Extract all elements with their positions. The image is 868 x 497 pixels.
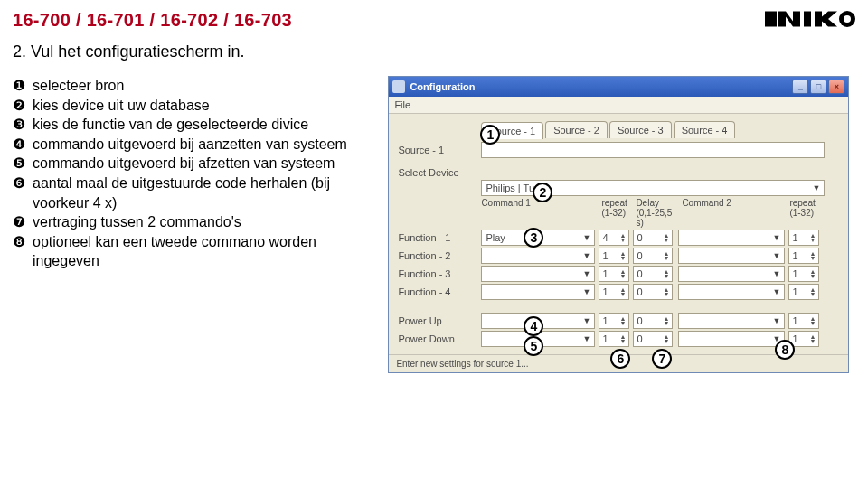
function-2-command-2[interactable]: ▼ xyxy=(678,248,785,264)
bullet-text: kies de functie van de geselecteerde div… xyxy=(33,115,308,135)
bullet-num: ❹ xyxy=(13,135,27,155)
function-2-command-1[interactable]: ▼ xyxy=(481,248,595,264)
function-1-delay[interactable]: 0▲▼ xyxy=(633,230,673,246)
svg-rect-2 xyxy=(804,12,811,27)
bullet-text: aantal maal de uitgestuurde code herhale… xyxy=(33,173,372,212)
titlebar[interactable]: Configuration _ □ × xyxy=(389,77,848,97)
window-icon xyxy=(392,80,405,93)
function-3-command-2[interactable]: ▼ xyxy=(678,266,785,282)
power-up-row: Power Up ▼ 1▲▼ 0▲▼ ▼ 1▲▼ xyxy=(398,313,839,329)
source-label: Source - 1 xyxy=(398,145,481,155)
source-tabs: Source - 1 Source - 2 Source - 3 Source … xyxy=(481,121,839,138)
function-4-delay[interactable]: 0▲▼ xyxy=(633,284,673,300)
power-up-label: Power Up xyxy=(398,315,481,326)
function-row-3: Function - 3 ▼ 1▲▼ 0▲▼ ▼ 1▲▼ xyxy=(398,266,839,282)
header-bar: 16-700 / 16-701 / 16-702 / 16-703 xyxy=(0,0,868,39)
svg-marker-3 xyxy=(815,12,837,27)
close-button[interactable]: × xyxy=(828,80,844,94)
chevron-down-icon: ▼ xyxy=(582,251,590,260)
chevron-down-icon: ▼ xyxy=(772,269,780,278)
function-1-repeat-2[interactable]: 1▲▼ xyxy=(788,230,819,246)
power-up-repeat-1[interactable]: 1▲▼ xyxy=(599,313,629,329)
menu-bar: File xyxy=(389,97,848,114)
function-4-command-1[interactable]: ▼ xyxy=(481,284,595,300)
svg-rect-0 xyxy=(765,12,777,27)
bullet-text: selecteer bron xyxy=(33,76,124,96)
bullet-num: ❷ xyxy=(13,96,27,116)
bullet-num: ❺ xyxy=(13,154,27,173)
function-2-delay[interactable]: 0▲▼ xyxy=(633,248,673,264)
power-up-delay[interactable]: 0▲▼ xyxy=(633,313,673,329)
power-up-command-2[interactable]: ▼ xyxy=(678,313,785,329)
power-up-repeat-2[interactable]: 1▲▼ xyxy=(788,313,819,329)
power-down-repeat-1[interactable]: 1▲▼ xyxy=(599,331,629,347)
function-1-command-2[interactable]: ▼ xyxy=(678,230,785,246)
function-3-label: Function - 3 xyxy=(398,268,481,279)
function-4-command-2[interactable]: ▼ xyxy=(678,284,785,300)
chevron-down-icon: ▼ xyxy=(582,334,590,343)
chevron-down-icon: ▼ xyxy=(772,233,780,242)
logo xyxy=(765,5,855,35)
column-headers: Command 1 repeat(1-32) Delay(0,1-25,5 s)… xyxy=(398,198,839,228)
bullet-num: ❻ xyxy=(13,173,27,212)
bullet-text: commando uitgevoerd bij aanzetten van sy… xyxy=(33,135,347,155)
screenshot-column: Configuration _ □ × File Source - 1 Sour… xyxy=(388,76,855,373)
function-2-repeat-2[interactable]: 1▲▼ xyxy=(788,248,819,264)
col-delay-range: (0,1-25,5 s) xyxy=(636,208,672,228)
function-3-command-1[interactable]: ▼ xyxy=(481,266,595,282)
svg-point-5 xyxy=(844,15,851,23)
chevron-down-icon: ▼ xyxy=(582,233,590,242)
bullet-text: kies device uit uw database xyxy=(33,96,210,116)
function-1-label: Function - 1 xyxy=(398,232,481,243)
function-3-repeat-1[interactable]: 1▲▼ xyxy=(599,266,629,282)
chevron-down-icon: ▼ xyxy=(582,316,590,325)
select-device-label: Select Device xyxy=(398,167,481,178)
function-row-1: Function - 1 Play▼ 4▲▼ 0▲▼ ▼ 1▲▼ xyxy=(398,230,839,246)
bullet-text: vertraging tussen 2 commando's xyxy=(33,212,241,232)
chevron-down-icon: ▼ xyxy=(772,316,780,325)
svg-marker-1 xyxy=(778,12,800,27)
bullet-num: ❽ xyxy=(13,232,27,271)
function-4-label: Function - 4 xyxy=(398,286,481,297)
bullet-num: ❸ xyxy=(13,115,27,135)
function-row-4: Function - 4 ▼ 1▲▼ 0▲▼ ▼ 1▲▼ xyxy=(398,284,839,300)
tab-source-3[interactable]: Source - 3 xyxy=(609,121,672,138)
function-row-2: Function - 2 ▼ 1▲▼ 0▲▼ ▼ 1▲▼ xyxy=(398,248,839,264)
col-command-1: Command 1 xyxy=(481,198,599,228)
col-repeat2: repeat xyxy=(789,198,815,208)
col-repeat-range: (1-32) xyxy=(601,208,626,218)
function-2-repeat-1[interactable]: 1▲▼ xyxy=(599,248,629,264)
page-subtitle: 2. Vul het configuratiescherm in. xyxy=(0,39,868,70)
source-tab-content xyxy=(481,142,825,158)
col-repeat2-range: (1-32) xyxy=(789,208,814,218)
power-down-command-2[interactable]: ▼ xyxy=(678,331,785,347)
function-4-repeat-1[interactable]: 1▲▼ xyxy=(599,284,629,300)
chevron-down-icon: ▼ xyxy=(812,183,820,192)
tab-source-4[interactable]: Source - 4 xyxy=(674,121,736,138)
power-down-row: Power Down ▼ 1▲▼ 0▲▼ ▼ 1▲▼ xyxy=(398,331,839,347)
window-title: Configuration xyxy=(410,81,475,92)
chevron-down-icon: ▼ xyxy=(772,251,780,260)
function-2-label: Function - 2 xyxy=(398,250,481,261)
function-3-delay[interactable]: 0▲▼ xyxy=(633,266,673,282)
function-1-repeat-1[interactable]: 4▲▼ xyxy=(599,230,629,246)
bullet-num: ❼ xyxy=(13,212,27,232)
niko-logo-icon xyxy=(765,5,855,33)
power-down-delay[interactable]: 0▲▼ xyxy=(633,331,673,347)
maximize-button[interactable]: □ xyxy=(810,80,826,94)
bullet-text: commando uitgevoerd bij afzetten van sys… xyxy=(33,154,335,173)
menu-file[interactable]: File xyxy=(394,99,410,110)
function-3-repeat-2[interactable]: 1▲▼ xyxy=(788,266,819,282)
tab-source-2[interactable]: Source - 2 xyxy=(545,121,608,138)
col-command-2: Command 2 xyxy=(676,198,787,228)
bullet-num: ❶ xyxy=(13,76,27,96)
config-panel: Source - 1 Source - 2 Source - 3 Source … xyxy=(389,114,848,354)
bullet-text: optioneel kan een tweede commano worden … xyxy=(33,232,372,271)
minimize-button[interactable]: _ xyxy=(792,80,808,94)
page-code: 16-700 / 16-701 / 16-702 / 16-703 xyxy=(13,10,292,31)
chevron-down-icon: ▼ xyxy=(582,287,590,296)
function-4-repeat-2[interactable]: 1▲▼ xyxy=(788,284,819,300)
config-window: Configuration _ □ × File Source - 1 Sour… xyxy=(388,76,849,373)
col-repeat: repeat xyxy=(601,198,627,208)
instructions-list: ❶selecteer bron ❷kies device uit uw data… xyxy=(13,76,372,373)
